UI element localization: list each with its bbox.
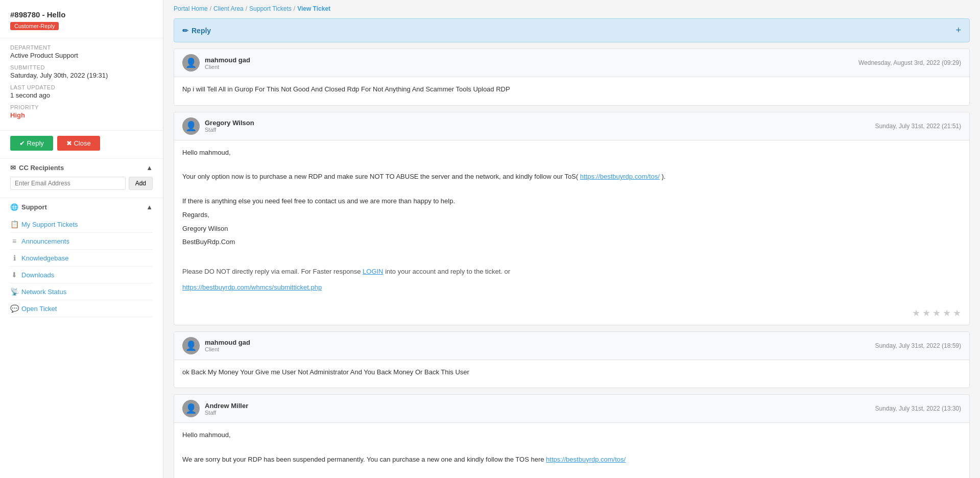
- messages-container: 👤 mahmoud gad Client Wednesday, August 3…: [174, 49, 970, 478]
- action-buttons: ✔ Reply ✖ Close: [0, 131, 163, 159]
- last-updated-value: 1 second ago: [10, 91, 153, 99]
- message-card: 👤 Gregory Wilson Staff Sunday, July 31st…: [174, 112, 970, 325]
- message-header: 👤 mahmoud gad Client Wednesday, August 3…: [174, 49, 969, 77]
- star-icon[interactable]: ★: [912, 307, 920, 319]
- sidebar-nav-item[interactable]: 📋My Support Tickets: [10, 216, 153, 233]
- breadcrumb-current: View Ticket: [297, 5, 330, 12]
- support-section-header: 🌐 Support ▲: [10, 203, 153, 211]
- pencil-icon: ✏: [182, 27, 188, 35]
- message-card: 👤 mahmoud gad Client Sunday, July 31st, …: [174, 331, 970, 389]
- avatar: 👤: [182, 400, 200, 417]
- message-header: 👤 mahmoud gad Client Sunday, July 31st, …: [174, 332, 969, 360]
- nav-icon: ⬇: [10, 271, 18, 279]
- nav-label: My Support Tickets: [21, 221, 78, 228]
- cc-section: ✉ CC Recipients ▲ Add: [0, 159, 163, 198]
- main-content: Portal Home / Client Area / Support Tick…: [163, 0, 980, 478]
- support-icon: 🌐: [10, 203, 18, 211]
- breadcrumb-support-tickets[interactable]: Support Tickets: [249, 5, 292, 12]
- cc-section-header: ✉ CC Recipients ▲: [10, 164, 153, 172]
- support-section: 🌐 Support ▲ 📋My Support Tickets≡Announce…: [0, 198, 163, 322]
- last-updated-meta: Last Updated 1 second ago: [10, 84, 153, 99]
- rating-row: ★★★★★: [174, 303, 969, 325]
- message-date: Sunday, July 31st, 2022 (18:59): [875, 342, 961, 349]
- star-icon[interactable]: ★: [953, 307, 961, 319]
- breadcrumb-client-area[interactable]: Client Area: [213, 5, 244, 12]
- breadcrumb: Portal Home / Client Area / Support Tick…: [174, 5, 970, 12]
- sender-name: Gregory Wilson: [205, 119, 254, 127]
- reply-button[interactable]: ✔ Reply: [10, 136, 53, 151]
- star-icon[interactable]: ★: [933, 307, 941, 319]
- message-body: ok Back My Money Your Give me User Not A…: [174, 360, 969, 388]
- message-date: Sunday, July 31st, 2022 (13:30): [875, 405, 961, 412]
- sidebar-nav-item[interactable]: ⬇Downloads: [10, 267, 153, 283]
- message-date: Wednesday, August 3rd, 2022 (09:29): [858, 59, 961, 66]
- avatar: 👤: [182, 54, 200, 71]
- sidebar-nav-item[interactable]: 💬Open Ticket: [10, 300, 153, 317]
- nav-label: Knowledgebase: [21, 254, 69, 262]
- star-icon[interactable]: ★: [943, 307, 951, 319]
- reply-panel-title: Reply: [192, 27, 211, 35]
- nav-icon: 💬: [10, 304, 18, 313]
- support-collapse-icon[interactable]: ▲: [146, 203, 153, 211]
- reply-panel[interactable]: ✏ Reply +: [174, 18, 970, 42]
- expand-icon[interactable]: +: [955, 25, 961, 36]
- nav-label: Network Status: [21, 288, 66, 296]
- support-title: Support: [21, 203, 47, 211]
- sender-role: Staff: [205, 127, 254, 133]
- nav-label: Open Ticket: [21, 305, 57, 313]
- star-icon[interactable]: ★: [922, 307, 930, 319]
- sender-name: Andrew Miller: [205, 402, 248, 410]
- priority-label: Priority: [10, 104, 153, 110]
- sender-role: Client: [205, 64, 250, 70]
- sender-name: mahmoud gad: [205, 56, 250, 64]
- cc-collapse-icon[interactable]: ▲: [146, 164, 153, 172]
- close-button[interactable]: ✖ Close: [57, 136, 100, 151]
- nav-icon: ℹ: [10, 254, 18, 262]
- nav-icon: 📋: [10, 220, 18, 228]
- submitted-meta: Submitted Saturday, July 30th, 2022 (19:…: [10, 64, 153, 79]
- customer-reply-badge: Customer-Reply: [10, 22, 59, 30]
- message-card: 👤 mahmoud gad Client Wednesday, August 3…: [174, 49, 970, 106]
- nav-icon: ≡: [10, 237, 18, 245]
- last-updated-label: Last Updated: [10, 84, 153, 90]
- message-body: Hello mahmoud,We are sorry but your RDP …: [174, 423, 969, 478]
- nav-label: Downloads: [21, 271, 54, 279]
- message-card: 👤 Andrew Miller Staff Sunday, July 31st,…: [174, 394, 970, 478]
- message-header: 👤 Andrew Miller Staff Sunday, July 31st,…: [174, 395, 969, 423]
- nav-label: Announcements: [21, 237, 69, 245]
- email-input[interactable]: [10, 177, 126, 190]
- sender-role: Client: [205, 346, 250, 352]
- message-body: Np i will Tell All in Gurop For This Not…: [174, 77, 969, 105]
- cc-title: CC Recipients: [19, 164, 64, 172]
- sidebar-nav-item[interactable]: ≡Announcements: [10, 233, 153, 250]
- avatar: 👤: [182, 337, 200, 354]
- sidebar: #898780 - Hello Customer-Reply Departmen…: [0, 0, 163, 478]
- sender-role: Staff: [205, 410, 248, 416]
- sidebar-nav-item[interactable]: ℹKnowledgebase: [10, 250, 153, 267]
- cc-icon: ✉: [10, 164, 16, 172]
- ticket-meta: Department Active Product Support Submit…: [0, 38, 163, 131]
- support-nav: 📋My Support Tickets≡AnnouncementsℹKnowle…: [10, 216, 153, 317]
- sender-name: mahmoud gad: [205, 339, 250, 346]
- avatar: 👤: [182, 117, 200, 135]
- message-body: Hello mahmoud,Your only option now is to…: [174, 140, 969, 303]
- add-email-button[interactable]: Add: [129, 177, 153, 190]
- department-value: Active Product Support: [10, 52, 153, 59]
- submitted-label: Submitted: [10, 64, 153, 70]
- department-label: Department: [10, 44, 153, 51]
- ticket-header: #898780 - Hello Customer-Reply: [0, 5, 163, 38]
- sidebar-nav-item[interactable]: 📡Network Status: [10, 283, 153, 300]
- nav-icon: 📡: [10, 288, 18, 296]
- message-date: Sunday, July 31st, 2022 (21:51): [875, 123, 961, 130]
- priority-meta: Priority High: [10, 104, 153, 119]
- breadcrumb-portal-home[interactable]: Portal Home: [174, 5, 208, 12]
- email-input-row: Add: [10, 177, 153, 190]
- department-meta: Department Active Product Support: [10, 44, 153, 59]
- ticket-title: #898780 - Hello: [10, 10, 153, 19]
- message-header: 👤 Gregory Wilson Staff Sunday, July 31st…: [174, 112, 969, 140]
- priority-value: High: [10, 111, 153, 119]
- submitted-value: Saturday, July 30th, 2022 (19:31): [10, 71, 153, 79]
